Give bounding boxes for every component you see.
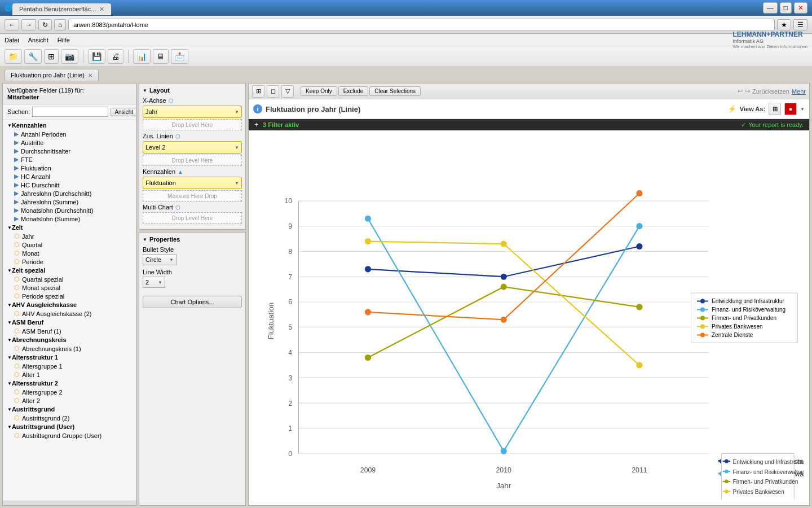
field-periode[interactable]: ⬡Periode	[3, 257, 136, 266]
field-alter2[interactable]: ⬡Alter 2	[3, 396, 136, 405]
group-austrittsgrund-user[interactable]: Austrittsgrund (User)	[3, 422, 136, 431]
monitor-button[interactable]: 🖥	[153, 49, 169, 64]
field-fte[interactable]: ▶FTE	[3, 155, 136, 164]
back-button[interactable]: ←	[5, 19, 19, 30]
table-view-button[interactable]: ⊞	[252, 85, 264, 98]
tab-close-icon[interactable]: ✕	[99, 6, 104, 13]
refresh-button[interactable]: ↻	[38, 19, 52, 30]
kennzahlen-drop-zone[interactable]: Measure Here Drop	[143, 190, 242, 202]
legend-label-finanz: Finanz- und Risiköverwaltung	[712, 306, 785, 313]
maximize-button[interactable]: □	[780, 2, 792, 14]
redo-icon[interactable]: ↪	[745, 87, 750, 95]
zus-linien-select[interactable]: Level 2 ▼	[143, 141, 242, 154]
mehr-button[interactable]: Mehr	[792, 88, 806, 95]
field-monat-spezial[interactable]: ⬡Monat spezial	[3, 283, 136, 292]
exclude-button[interactable]: Exclude	[338, 86, 369, 96]
menu-datei[interactable]: Datei	[5, 37, 19, 43]
group-asm[interactable]: ASM Beruf	[3, 318, 136, 327]
expand-icon[interactable]: +	[254, 121, 258, 129]
group-altersstruktur2[interactable]: Altersstruktur 2	[3, 379, 136, 388]
group-zeit-spezial[interactable]: Zeit spezial	[3, 266, 136, 275]
field-fluktuation[interactable]: ▶Fluktuation	[3, 164, 136, 172]
main-content: Fluktuation pro Jahr (Linie) ✕ Verfügbar…	[0, 67, 812, 508]
field-altersgruppe1[interactable]: ⬡Altersgruppe 1	[3, 362, 136, 370]
report-ready-text: Your report is ready.	[748, 121, 804, 128]
home-button[interactable]: ⌂	[54, 19, 66, 30]
camera-button[interactable]: 📷	[61, 49, 78, 64]
filter-button[interactable]: ▽	[281, 85, 294, 98]
keep-only-button[interactable]: Keep Only	[301, 86, 337, 96]
point-entwicklung-2011	[636, 243, 642, 249]
browser-tab[interactable]: Pentaho Benutzeroberfläc... ✕	[12, 3, 111, 15]
field-periode-spezial[interactable]: ⬡Periode spezial	[3, 292, 136, 300]
group-abrechnungskreis[interactable]: Abrechnungskreis	[3, 335, 136, 344]
view-table-button[interactable]: ⊞	[769, 103, 781, 115]
search-input[interactable]	[32, 107, 108, 117]
svg-text:2010: 2010	[496, 466, 512, 474]
line-width-dropdown[interactable]: 2 ▼	[143, 277, 165, 288]
field-durchschnittsalter[interactable]: ▶Durchschnittsalter	[3, 147, 136, 155]
display-button[interactable]: 📊	[133, 49, 151, 64]
group-kennzahlen[interactable]: Kennzahlen	[3, 121, 136, 130]
view-dropdown-arrow[interactable]: ▼	[800, 107, 805, 112]
multi-drop-zone[interactable]: Drop Level Here	[143, 212, 242, 224]
tool-button-1[interactable]: 🔧	[24, 49, 42, 64]
field-austritte[interactable]: ▶Austritte	[3, 138, 136, 147]
menu-button[interactable]: ☰	[793, 19, 807, 30]
field-monat[interactable]: ⬡Monat	[3, 249, 136, 257]
undo-icon[interactable]: ↩	[738, 87, 743, 95]
forward-button[interactable]: →	[21, 19, 36, 30]
minimize-button[interactable]: —	[763, 2, 778, 14]
field-monatslohn-s[interactable]: ▶Monatslohn (Summe)	[3, 214, 136, 223]
field-altersgruppe2[interactable]: ⬡Altersgruppe 2	[3, 388, 136, 396]
right-toolbar-buttons: ↩ ↪ Zurücksetzen Mehr	[738, 87, 806, 95]
field-quartal-spezial[interactable]: ⬡Quartal spezial	[3, 275, 136, 283]
content-tab-close-icon[interactable]: ✕	[88, 72, 92, 78]
field-asm-1[interactable]: ⬡ASM Beruf (1)	[3, 327, 136, 335]
bookmark-button[interactable]: ★	[777, 19, 791, 30]
field-monatslohn-d[interactable]: ▶Monatslohn (Durchschnitt)	[3, 206, 136, 214]
view-chart-button[interactable]: ●	[784, 103, 797, 115]
svg-text:2009: 2009	[360, 466, 376, 474]
menu-ansicht[interactable]: Ansicht	[28, 37, 48, 43]
x-achse-drop-zone[interactable]: Drop Level Here	[143, 119, 242, 130]
field-alter1[interactable]: ⬡Alter 1	[3, 370, 136, 379]
menu-hilfe[interactable]: Hilfe	[58, 37, 70, 43]
save-button[interactable]: 💾	[88, 49, 105, 64]
close-button[interactable]: ✕	[794, 2, 807, 14]
dropdown-arrow: ▼	[235, 110, 239, 115]
zus-drop-zone[interactable]: Drop Level Here	[143, 155, 242, 166]
print-button[interactable]: 🖨	[108, 49, 123, 64]
field-anzahl-perioden[interactable]: ▶Anzahl Perioden	[3, 130, 136, 138]
group-zeit[interactable]: Zeit	[3, 223, 136, 232]
field-jahr[interactable]: ⬡Jahr	[3, 232, 136, 240]
grid-button[interactable]: ⊞	[44, 49, 59, 64]
field-quartal[interactable]: ⬡Quartal	[3, 240, 136, 249]
export-button[interactable]: 📩	[171, 49, 188, 64]
field-ahv-2[interactable]: ⬡AHV Ausgleichskasse (2)	[3, 309, 136, 318]
address-bar[interactable]	[68, 19, 775, 31]
kennzahlen-select[interactable]: Fluktuation ▼	[143, 177, 242, 189]
field-hc-durschnitt[interactable]: ▶HC Durschnitt	[3, 181, 136, 189]
group-altersstruktur1[interactable]: Altersstruktur 1	[3, 353, 136, 362]
open-button[interactable]: 📁	[5, 49, 22, 64]
group-austrittsgrund[interactable]: Austrittsgrund	[3, 405, 136, 414]
point-entwicklung-2009	[365, 266, 371, 272]
info-icon[interactable]: i	[253, 104, 262, 113]
chart-view-button[interactable]: ◻	[267, 85, 279, 98]
field-hc-anzahl[interactable]: ▶HC Anzahl	[3, 172, 136, 181]
group-ahv[interactable]: AHV Ausgleichskasse	[3, 300, 136, 309]
chart-options-button[interactable]: Chart Options...	[143, 296, 242, 308]
lightning-icon: ⚡	[728, 105, 736, 113]
field-jahreslohn-s[interactable]: ▶Jahreslohn (Summe)	[3, 198, 136, 206]
field-abr-1[interactable]: ⬡Abrechnungskreis (1)	[3, 344, 136, 353]
x-achse-select[interactable]: Jahr ▼	[143, 106, 242, 118]
content-tab-fluktuation[interactable]: Fluktuation pro Jahr (Linie) ✕	[5, 69, 99, 81]
zuruecksetzen-label[interactable]: Zurücksetzen	[752, 88, 789, 95]
search-btn[interactable]: Ansicht	[111, 108, 136, 116]
clear-selections-button[interactable]: Clear Selections	[369, 86, 421, 96]
field-austrittsgrund-2[interactable]: ⬡Austrittsgrund (2)	[3, 414, 136, 422]
field-austrittsgrund-gruppe-user[interactable]: ⬡Austrittsgrund Gruppe (User)	[3, 431, 136, 440]
field-jahreslohn-d[interactable]: ▶Jahreslohn (Durchschnitt)	[3, 189, 136, 198]
bullet-style-dropdown[interactable]: Circle ▼	[143, 254, 176, 265]
